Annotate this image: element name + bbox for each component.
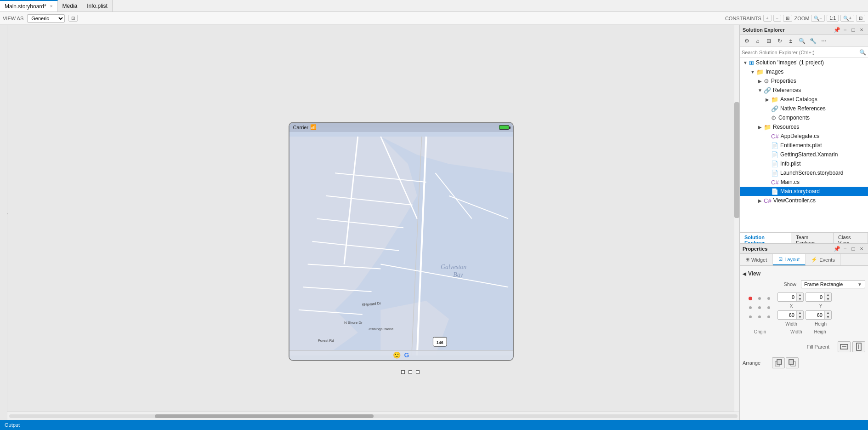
canvas-area[interactable]: ▶ [7, 25, 739, 412]
height-input[interactable]: 60 [806, 311, 824, 319]
pos-dot-bc[interactable] [755, 313, 764, 321]
se-minimize-btn[interactable]: − [841, 26, 849, 34]
zoom-in-btn[interactable]: 🔍+ [840, 15, 854, 22]
se-maximize-btn[interactable]: □ [850, 26, 857, 34]
height-field[interactable]: 60 ▲ ▼ [806, 310, 832, 320]
tab-main-storyboard[interactable]: Main.storyboard* × [0, 0, 58, 11]
h-stepper[interactable]: ▲ ▼ [824, 311, 831, 319]
constraints-btn-2[interactable]: − [773, 15, 782, 22]
tree-item-asset-catalogs[interactable]: ▶ 📁 Asset Catalogs [740, 95, 868, 104]
tree-expander-asset-catalogs[interactable]: ▶ [764, 96, 771, 103]
tree-item-gettingstarted[interactable]: 📄 GettingStarted.Xamarin [740, 150, 868, 159]
x-step-down[interactable]: ▼ [797, 297, 803, 301]
y-input[interactable]: 0 [806, 293, 824, 301]
se-tool-gitchanges[interactable]: ± [786, 36, 796, 46]
v-scrollbar-thumb[interactable] [734, 102, 739, 218]
h-scrollbar[interactable] [7, 412, 739, 420]
show-dropdown[interactable]: Frame Rectangle ▼ [801, 280, 865, 288]
view-as-select[interactable]: Generic iPhone SE iPhone 8 iPhone X [27, 14, 65, 23]
arrange-front-btn[interactable] [772, 357, 785, 368]
pos-dot-tr[interactable] [765, 294, 773, 303]
handle-bl[interactable] [401, 370, 405, 374]
se-tab-team-explorer[interactable]: Team Explorer [791, 233, 834, 243]
handle-br[interactable] [416, 370, 420, 374]
h-scrollbar-track[interactable] [9, 414, 738, 418]
tree-expander-components[interactable] [764, 114, 771, 121]
pos-dot-mc[interactable] [755, 304, 764, 312]
pos-dot-tc[interactable] [755, 294, 764, 303]
fill-parent-v-btn[interactable] [852, 341, 865, 352]
tree-item-images-project[interactable]: ▼ 📁 Images [740, 67, 868, 76]
tab-infoplist[interactable]: Info.plist [82, 0, 113, 11]
map-view[interactable]: Carrier 📶 [289, 123, 513, 360]
se-search-input[interactable] [742, 50, 859, 55]
pos-dot-mr[interactable] [765, 304, 773, 312]
se-tool-collapse[interactable]: ⊟ [764, 36, 774, 46]
tree-expander-native-refs[interactable] [764, 105, 771, 112]
tree-item-native-references[interactable]: 🔗 Native References [740, 104, 868, 113]
zoom-fit-btn[interactable]: ⊡ [856, 15, 865, 22]
pos-dot-bl[interactable] [746, 313, 755, 321]
tab-close-btn[interactable]: × [50, 4, 53, 9]
tree-item-viewcontroller[interactable]: ▶ C# ViewController.cs [740, 196, 868, 205]
tree-item-solution[interactable]: ▼ ⊞ Solution 'Images' (1 project) [740, 58, 868, 67]
constraints-view-btn[interactable]: ⊞ [783, 15, 792, 22]
tree-item-properties[interactable]: ▶ ⚙ Properties [740, 76, 868, 86]
tab-events[interactable]: ⚡ Events [806, 254, 841, 265]
pos-dot-ml[interactable] [746, 304, 755, 312]
tree-item-infoplist[interactable]: 📄 Info.plist [740, 159, 868, 168]
pos-dot-br[interactable] [765, 313, 773, 321]
width-input[interactable]: 60 [778, 311, 796, 319]
se-tool-refresh[interactable]: ↻ [775, 36, 785, 46]
fill-parent-h-btn[interactable] [838, 341, 851, 352]
view-section-header[interactable]: ◀ View [743, 269, 865, 279]
se-pin-btn[interactable]: 📌 [833, 26, 840, 34]
x-input[interactable]: 0 [778, 293, 796, 301]
iphone-frame[interactable]: Carrier 📶 [289, 122, 514, 361]
se-tool-props[interactable]: ⚙ [742, 36, 752, 46]
se-tool-filter[interactable]: 🔍 [797, 36, 807, 46]
se-tool-home[interactable]: ⌂ [753, 36, 763, 46]
position-grid[interactable] [746, 294, 773, 321]
tree-item-maincs[interactable]: C# Main.cs [740, 178, 868, 187]
props-minimize-btn[interactable]: − [841, 245, 849, 252]
y-field[interactable]: 0 ▲ ▼ [806, 292, 832, 302]
zoom-out-btn[interactable]: 🔍− [811, 15, 825, 22]
y-stepper[interactable]: ▲ ▼ [824, 293, 831, 301]
se-tool-more[interactable]: ⋯ [819, 36, 829, 46]
se-tab-solution-explorer[interactable]: Solution Explorer [740, 233, 791, 243]
h-step-down[interactable]: ▼ [825, 315, 831, 319]
w-step-down[interactable]: ▼ [797, 315, 803, 319]
tree-item-launchscreen[interactable]: 📄 LaunchScreen.storyboard [740, 168, 868, 178]
zoom-reset-btn[interactable]: 1:1 [827, 15, 839, 22]
h-scrollbar-thumb[interactable] [155, 414, 374, 418]
constraints-btn-1[interactable]: + [763, 15, 772, 22]
tree-item-references[interactable]: ▼ 🔗 References [740, 86, 868, 95]
se-tool-wrench[interactable]: 🔧 [808, 36, 818, 46]
tree-item-components[interactable]: ⚙ Components [740, 113, 868, 122]
x-stepper[interactable]: ▲ ▼ [796, 293, 803, 301]
pos-dot-tl[interactable] [746, 294, 755, 303]
w-stepper[interactable]: ▲ ▼ [796, 311, 803, 319]
tree-expander-images[interactable]: ▼ [749, 68, 756, 75]
props-maximize-btn[interactable]: □ [850, 245, 857, 252]
tree-expander-viewcontroller[interactable]: ▶ [756, 197, 764, 204]
arrange-back-btn[interactable] [786, 357, 799, 368]
tab-media[interactable]: Media [58, 0, 83, 11]
tab-layout[interactable]: ⊡ Layout [773, 254, 806, 265]
y-step-down[interactable]: ▼ [825, 297, 831, 301]
props-close-btn[interactable]: × [858, 245, 865, 252]
y-step-up[interactable]: ▲ [825, 293, 831, 297]
x-step-up[interactable]: ▲ [797, 293, 803, 297]
tree-expander-properties[interactable]: ▶ [756, 77, 764, 85]
tree-item-mainstoryboard[interactable]: 📄 Main.storyboard [740, 187, 868, 196]
tree-expander-resources[interactable]: ▶ [756, 123, 764, 131]
se-tab-class-view[interactable]: Class View [834, 233, 868, 243]
tree-item-entitlements[interactable]: 📄 Entitlements.plist [740, 141, 868, 150]
x-field[interactable]: 0 ▲ ▼ [777, 292, 804, 302]
se-close-btn[interactable]: × [858, 26, 865, 34]
width-field[interactable]: 60 ▲ ▼ [777, 310, 804, 320]
props-pin-btn[interactable]: 📌 [833, 245, 840, 252]
handle-bm[interactable] [408, 370, 412, 374]
v-scrollbar[interactable] [734, 25, 739, 412]
